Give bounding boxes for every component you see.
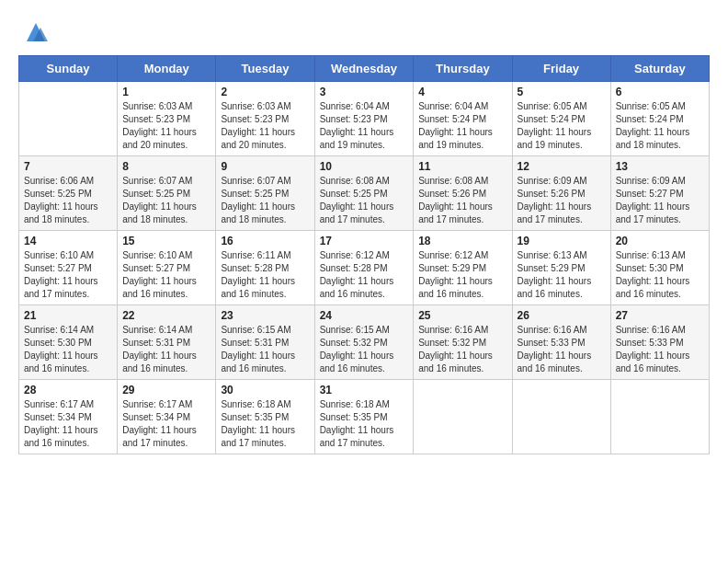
calendar-week-3: 14Sunrise: 6:10 AMSunset: 5:27 PMDayligh… (19, 231, 710, 305)
cell-info: Sunrise: 6:12 AMSunset: 5:29 PMDaylight:… (418, 249, 506, 301)
calendar-header-row: SundayMondayTuesdayWednesdayThursdayFrid… (19, 56, 710, 82)
day-number: 29 (122, 384, 210, 396)
day-number: 7 (24, 160, 112, 173)
cell-info: Sunrise: 6:07 AMSunset: 5:25 PMDaylight:… (122, 175, 210, 226)
day-number: 10 (320, 160, 409, 173)
calendar-week-1: 1Sunrise: 6:03 AMSunset: 5:23 PMDaylight… (19, 82, 710, 156)
cell-info: Sunrise: 6:04 AMSunset: 5:23 PMDaylight:… (320, 100, 409, 152)
cell-info: Sunrise: 6:08 AMSunset: 5:25 PMDaylight:… (320, 175, 409, 226)
calendar-cell: 27Sunrise: 6:16 AMSunset: 5:33 PMDayligh… (610, 305, 709, 380)
day-number: 26 (518, 309, 606, 322)
calendar-cell: 17Sunrise: 6:12 AMSunset: 5:28 PMDayligh… (314, 231, 414, 305)
calendar-cell: 5Sunrise: 6:05 AMSunset: 5:24 PMDaylight… (512, 82, 610, 156)
calendar-cell: 9Sunrise: 6:07 AMSunset: 5:25 PMDaylight… (216, 156, 314, 231)
day-number: 22 (122, 309, 210, 322)
calendar-cell: 20Sunrise: 6:13 AMSunset: 5:30 PMDayligh… (610, 231, 709, 305)
calendar-week-5: 28Sunrise: 6:17 AMSunset: 5:34 PMDayligh… (19, 380, 710, 454)
calendar-table: SundayMondayTuesdayWednesdayThursdayFrid… (18, 55, 710, 454)
calendar-cell: 16Sunrise: 6:11 AMSunset: 5:28 PMDayligh… (216, 231, 314, 305)
calendar-cell: 3Sunrise: 6:04 AMSunset: 5:23 PMDaylight… (314, 82, 414, 156)
day-number: 21 (24, 309, 112, 322)
day-number: 6 (616, 86, 704, 98)
day-number: 18 (418, 235, 506, 247)
cell-info: Sunrise: 6:14 AMSunset: 5:31 PMDaylight:… (122, 324, 210, 375)
cell-info: Sunrise: 6:10 AMSunset: 5:27 PMDaylight:… (24, 249, 112, 301)
day-header-sunday: Sunday (19, 56, 118, 82)
calendar-week-2: 7Sunrise: 6:06 AMSunset: 5:25 PMDaylight… (19, 156, 710, 231)
calendar-cell: 12Sunrise: 6:09 AMSunset: 5:26 PMDayligh… (512, 156, 610, 231)
day-number: 4 (418, 86, 506, 98)
calendar-cell: 31Sunrise: 6:18 AMSunset: 5:35 PMDayligh… (314, 380, 414, 454)
cell-info: Sunrise: 6:18 AMSunset: 5:35 PMDaylight:… (221, 398, 309, 450)
day-number: 28 (24, 384, 112, 396)
cell-info: Sunrise: 6:16 AMSunset: 5:33 PMDaylight:… (616, 324, 704, 375)
day-number: 8 (122, 160, 210, 173)
day-number: 9 (221, 160, 309, 173)
day-number: 12 (518, 160, 606, 173)
day-number: 11 (418, 160, 506, 173)
day-number: 3 (320, 86, 409, 98)
day-number: 15 (122, 235, 210, 247)
calendar-cell: 21Sunrise: 6:14 AMSunset: 5:30 PMDayligh… (19, 305, 118, 380)
calendar-cell: 8Sunrise: 6:07 AMSunset: 5:25 PMDaylight… (118, 156, 216, 231)
cell-info: Sunrise: 6:16 AMSunset: 5:33 PMDaylight:… (518, 324, 606, 375)
day-number: 24 (320, 309, 409, 322)
day-header-thursday: Thursday (414, 56, 512, 82)
calendar-cell: 15Sunrise: 6:10 AMSunset: 5:27 PMDayligh… (118, 231, 216, 305)
day-number: 19 (518, 235, 606, 247)
calendar-cell: 4Sunrise: 6:04 AMSunset: 5:24 PMDaylight… (414, 82, 512, 156)
day-header-monday: Monday (118, 56, 216, 82)
cell-info: Sunrise: 6:13 AMSunset: 5:30 PMDaylight:… (616, 249, 704, 301)
cell-info: Sunrise: 6:05 AMSunset: 5:24 PMDaylight:… (518, 100, 606, 152)
cell-info: Sunrise: 6:08 AMSunset: 5:26 PMDaylight:… (418, 175, 506, 226)
calendar-cell: 6Sunrise: 6:05 AMSunset: 5:24 PMDaylight… (610, 82, 709, 156)
cell-info: Sunrise: 6:04 AMSunset: 5:24 PMDaylight:… (418, 100, 506, 152)
calendar-cell: 19Sunrise: 6:13 AMSunset: 5:29 PMDayligh… (512, 231, 610, 305)
cell-info: Sunrise: 6:11 AMSunset: 5:28 PMDaylight:… (221, 249, 309, 301)
calendar-cell: 25Sunrise: 6:16 AMSunset: 5:32 PMDayligh… (414, 305, 512, 380)
day-number: 17 (320, 235, 409, 247)
calendar-cell: 28Sunrise: 6:17 AMSunset: 5:34 PMDayligh… (19, 380, 118, 454)
calendar-cell: 22Sunrise: 6:14 AMSunset: 5:31 PMDayligh… (118, 305, 216, 380)
cell-info: Sunrise: 6:18 AMSunset: 5:35 PMDaylight:… (320, 398, 409, 450)
day-number: 27 (616, 309, 704, 322)
logo-icon (22, 18, 50, 46)
calendar-cell (414, 380, 512, 454)
day-header-saturday: Saturday (610, 56, 709, 82)
calendar-cell: 2Sunrise: 6:03 AMSunset: 5:23 PMDaylight… (216, 82, 314, 156)
page-header (18, 18, 710, 46)
day-number: 25 (418, 309, 506, 322)
cell-info: Sunrise: 6:03 AMSunset: 5:23 PMDaylight:… (122, 100, 210, 152)
calendar-cell: 24Sunrise: 6:15 AMSunset: 5:32 PMDayligh… (314, 305, 414, 380)
day-header-tuesday: Tuesday (216, 56, 314, 82)
cell-info: Sunrise: 6:09 AMSunset: 5:26 PMDaylight:… (518, 175, 606, 226)
cell-info: Sunrise: 6:03 AMSunset: 5:23 PMDaylight:… (221, 100, 309, 152)
calendar-week-4: 21Sunrise: 6:14 AMSunset: 5:30 PMDayligh… (19, 305, 710, 380)
cell-info: Sunrise: 6:17 AMSunset: 5:34 PMDaylight:… (24, 398, 112, 450)
calendar-cell (512, 380, 610, 454)
calendar-cell: 29Sunrise: 6:17 AMSunset: 5:34 PMDayligh… (118, 380, 216, 454)
calendar-cell: 1Sunrise: 6:03 AMSunset: 5:23 PMDaylight… (118, 82, 216, 156)
calendar-cell: 11Sunrise: 6:08 AMSunset: 5:26 PMDayligh… (414, 156, 512, 231)
calendar-cell: 23Sunrise: 6:15 AMSunset: 5:31 PMDayligh… (216, 305, 314, 380)
cell-info: Sunrise: 6:05 AMSunset: 5:24 PMDaylight:… (616, 100, 704, 152)
calendar-cell: 30Sunrise: 6:18 AMSunset: 5:35 PMDayligh… (216, 380, 314, 454)
calendar-cell (610, 380, 709, 454)
calendar-cell (19, 82, 118, 156)
cell-info: Sunrise: 6:16 AMSunset: 5:32 PMDaylight:… (418, 324, 506, 375)
day-number: 20 (616, 235, 704, 247)
day-number: 23 (221, 309, 309, 322)
day-number: 31 (320, 384, 409, 396)
day-header-friday: Friday (512, 56, 610, 82)
cell-info: Sunrise: 6:15 AMSunset: 5:31 PMDaylight:… (221, 324, 309, 375)
calendar-cell: 13Sunrise: 6:09 AMSunset: 5:27 PMDayligh… (610, 156, 709, 231)
day-number: 16 (221, 235, 309, 247)
day-number: 1 (122, 86, 210, 98)
calendar-cell: 10Sunrise: 6:08 AMSunset: 5:25 PMDayligh… (314, 156, 414, 231)
calendar-cell: 14Sunrise: 6:10 AMSunset: 5:27 PMDayligh… (19, 231, 118, 305)
logo (18, 18, 50, 46)
cell-info: Sunrise: 6:14 AMSunset: 5:30 PMDaylight:… (24, 324, 112, 375)
cell-info: Sunrise: 6:07 AMSunset: 5:25 PMDaylight:… (221, 175, 309, 226)
cell-info: Sunrise: 6:12 AMSunset: 5:28 PMDaylight:… (320, 249, 409, 301)
day-number: 14 (24, 235, 112, 247)
